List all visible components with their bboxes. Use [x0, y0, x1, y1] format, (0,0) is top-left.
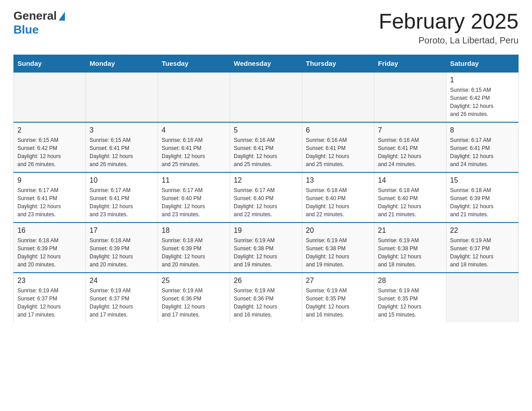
day-info: Sunrise: 6:18 AM Sunset: 6:39 PM Dayligh… [162, 236, 226, 269]
day-info: Sunrise: 6:19 AM Sunset: 6:37 PM Dayligh… [90, 287, 154, 319]
day-info: Sunrise: 6:19 AM Sunset: 6:37 PM Dayligh… [17, 287, 82, 319]
calendar-cell: 23Sunrise: 6:19 AM Sunset: 6:37 PM Dayli… [14, 273, 86, 322]
calendar-week-row: 1Sunrise: 6:15 AM Sunset: 6:42 PM Daylig… [14, 72, 519, 122]
calendar-cell: 10Sunrise: 6:17 AM Sunset: 6:41 PM Dayli… [86, 172, 158, 223]
day-info: Sunrise: 6:18 AM Sunset: 6:39 PM Dayligh… [17, 236, 82, 269]
day-info: Sunrise: 6:17 AM Sunset: 6:41 PM Dayligh… [17, 186, 82, 218]
weekday-header-sunday: Sunday [14, 55, 86, 73]
calendar-cell: 22Sunrise: 6:19 AM Sunset: 6:37 PM Dayli… [446, 223, 519, 273]
logo-triangle-icon [59, 12, 65, 21]
calendar-cell: 17Sunrise: 6:18 AM Sunset: 6:39 PM Dayli… [86, 223, 158, 273]
day-info: Sunrise: 6:19 AM Sunset: 6:36 PM Dayligh… [234, 287, 298, 319]
weekday-header-saturday: Saturday [446, 55, 519, 73]
calendar-table: SundayMondayTuesdayWednesdayThursdayFrid… [13, 55, 519, 322]
day-number: 25 [162, 277, 226, 285]
day-number: 15 [450, 176, 515, 184]
calendar-cell: 25Sunrise: 6:19 AM Sunset: 6:36 PM Dayli… [158, 273, 230, 322]
day-number: 24 [90, 277, 154, 285]
month-title: February 2025 [379, 9, 519, 34]
day-number: 16 [17, 227, 82, 235]
day-number: 23 [17, 277, 82, 285]
calendar-cell: 16Sunrise: 6:18 AM Sunset: 6:39 PM Dayli… [14, 223, 86, 273]
location-text: Poroto, La Libertad, Peru [379, 35, 519, 46]
calendar-cell: 1Sunrise: 6:15 AM Sunset: 6:42 PM Daylig… [446, 72, 519, 122]
calendar-cell [158, 72, 230, 122]
day-info: Sunrise: 6:17 AM Sunset: 6:41 PM Dayligh… [90, 186, 154, 218]
day-info: Sunrise: 6:19 AM Sunset: 6:36 PM Dayligh… [162, 287, 226, 319]
day-number: 8 [450, 126, 515, 134]
weekday-header-wednesday: Wednesday [230, 55, 302, 73]
calendar-cell: 24Sunrise: 6:19 AM Sunset: 6:37 PM Dayli… [86, 273, 158, 322]
calendar-cell [14, 72, 86, 122]
calendar-cell [446, 273, 519, 322]
calendar-cell: 11Sunrise: 6:17 AM Sunset: 6:40 PM Dayli… [158, 172, 230, 223]
day-info: Sunrise: 6:16 AM Sunset: 6:41 PM Dayligh… [378, 136, 442, 168]
logo-general-text: General [13, 9, 57, 23]
calendar-cell: 8Sunrise: 6:17 AM Sunset: 6:41 PM Daylig… [446, 122, 519, 172]
day-number: 28 [378, 277, 442, 285]
calendar-cell: 5Sunrise: 6:16 AM Sunset: 6:41 PM Daylig… [230, 122, 302, 172]
day-info: Sunrise: 6:19 AM Sunset: 6:35 PM Dayligh… [306, 287, 370, 319]
calendar-cell: 18Sunrise: 6:18 AM Sunset: 6:39 PM Dayli… [158, 223, 230, 273]
weekday-header-monday: Monday [86, 55, 158, 73]
day-info: Sunrise: 6:19 AM Sunset: 6:35 PM Dayligh… [378, 287, 442, 319]
logo-blue-text: Blue [13, 23, 39, 37]
day-number: 5 [234, 126, 298, 134]
day-number: 10 [90, 176, 154, 184]
day-info: Sunrise: 6:18 AM Sunset: 6:40 PM Dayligh… [378, 186, 442, 218]
calendar-week-row: 2Sunrise: 6:15 AM Sunset: 6:42 PM Daylig… [14, 122, 519, 172]
calendar-cell: 2Sunrise: 6:15 AM Sunset: 6:42 PM Daylig… [14, 122, 86, 172]
day-number: 13 [306, 176, 370, 184]
day-info: Sunrise: 6:17 AM Sunset: 6:40 PM Dayligh… [234, 186, 298, 218]
calendar-cell [86, 72, 158, 122]
day-info: Sunrise: 6:19 AM Sunset: 6:38 PM Dayligh… [234, 236, 298, 269]
day-info: Sunrise: 6:19 AM Sunset: 6:38 PM Dayligh… [378, 236, 442, 269]
day-number: 2 [17, 126, 82, 134]
day-info: Sunrise: 6:15 AM Sunset: 6:42 PM Dayligh… [450, 86, 515, 118]
day-info: Sunrise: 6:19 AM Sunset: 6:38 PM Dayligh… [306, 236, 370, 269]
day-number: 20 [306, 227, 370, 235]
weekday-header-thursday: Thursday [302, 55, 374, 73]
calendar-cell: 12Sunrise: 6:17 AM Sunset: 6:40 PM Dayli… [230, 172, 302, 223]
day-number: 3 [90, 126, 154, 134]
calendar-cell: 15Sunrise: 6:18 AM Sunset: 6:39 PM Dayli… [446, 172, 519, 223]
calendar-cell: 6Sunrise: 6:16 AM Sunset: 6:41 PM Daylig… [302, 122, 374, 172]
day-number: 27 [306, 277, 370, 285]
calendar-cell: 7Sunrise: 6:16 AM Sunset: 6:41 PM Daylig… [374, 122, 446, 172]
day-number: 11 [162, 176, 226, 184]
day-number: 18 [162, 227, 226, 235]
calendar-week-row: 16Sunrise: 6:18 AM Sunset: 6:39 PM Dayli… [14, 223, 519, 273]
day-number: 19 [234, 227, 298, 235]
calendar-week-row: 23Sunrise: 6:19 AM Sunset: 6:37 PM Dayli… [14, 273, 519, 322]
calendar-cell: 9Sunrise: 6:17 AM Sunset: 6:41 PM Daylig… [14, 172, 86, 223]
calendar-cell: 14Sunrise: 6:18 AM Sunset: 6:40 PM Dayli… [374, 172, 446, 223]
day-number: 12 [234, 176, 298, 184]
logo: General Blue [13, 9, 66, 37]
day-number: 6 [306, 126, 370, 134]
weekday-header-row: SundayMondayTuesdayWednesdayThursdayFrid… [14, 55, 519, 73]
day-info: Sunrise: 6:16 AM Sunset: 6:41 PM Dayligh… [234, 136, 298, 168]
title-section: February 2025 Poroto, La Libertad, Peru [379, 9, 519, 46]
calendar-cell: 19Sunrise: 6:19 AM Sunset: 6:38 PM Dayli… [230, 223, 302, 273]
day-number: 21 [378, 227, 442, 235]
day-info: Sunrise: 6:18 AM Sunset: 6:39 PM Dayligh… [450, 186, 515, 218]
calendar-cell: 13Sunrise: 6:18 AM Sunset: 6:40 PM Dayli… [302, 172, 374, 223]
day-number: 7 [378, 126, 442, 134]
weekday-header-friday: Friday [374, 55, 446, 73]
day-info: Sunrise: 6:15 AM Sunset: 6:42 PM Dayligh… [17, 136, 82, 168]
calendar-cell [374, 72, 446, 122]
weekday-header-tuesday: Tuesday [158, 55, 230, 73]
calendar-cell: 4Sunrise: 6:16 AM Sunset: 6:41 PM Daylig… [158, 122, 230, 172]
calendar-cell [302, 72, 374, 122]
day-number: 1 [450, 76, 515, 84]
day-info: Sunrise: 6:18 AM Sunset: 6:39 PM Dayligh… [90, 236, 154, 269]
calendar-cell: 27Sunrise: 6:19 AM Sunset: 6:35 PM Dayli… [302, 273, 374, 322]
calendar-cell: 20Sunrise: 6:19 AM Sunset: 6:38 PM Dayli… [302, 223, 374, 273]
day-info: Sunrise: 6:16 AM Sunset: 6:41 PM Dayligh… [306, 136, 370, 168]
calendar-cell: 3Sunrise: 6:15 AM Sunset: 6:41 PM Daylig… [86, 122, 158, 172]
day-info: Sunrise: 6:18 AM Sunset: 6:40 PM Dayligh… [306, 186, 370, 218]
calendar-cell: 28Sunrise: 6:19 AM Sunset: 6:35 PM Dayli… [374, 273, 446, 322]
day-info: Sunrise: 6:15 AM Sunset: 6:41 PM Dayligh… [90, 136, 154, 168]
calendar-cell: 21Sunrise: 6:19 AM Sunset: 6:38 PM Dayli… [374, 223, 446, 273]
day-number: 22 [450, 227, 515, 235]
